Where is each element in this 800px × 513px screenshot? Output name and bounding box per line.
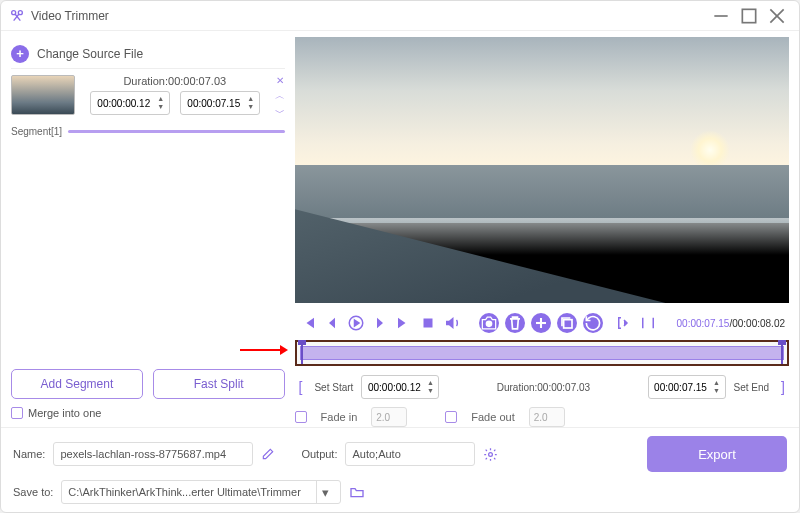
content: + Change Source File Duration:00:00:07.0… bbox=[1, 31, 799, 512]
next-frame-icon[interactable] bbox=[371, 314, 389, 332]
annotation-arrow bbox=[240, 345, 288, 355]
reset-icon[interactable] bbox=[583, 313, 603, 333]
fade-in-label: Fade in bbox=[321, 411, 358, 423]
svg-rect-3 bbox=[742, 9, 755, 22]
export-button[interactable]: Export bbox=[647, 436, 787, 472]
up-icon[interactable]: ▲ bbox=[712, 379, 722, 387]
down-icon[interactable]: ▼ bbox=[246, 103, 256, 111]
trim-end-field[interactable]: ▲▼ bbox=[648, 375, 726, 399]
app-icon bbox=[9, 8, 25, 24]
add-icon[interactable] bbox=[531, 313, 551, 333]
change-source-row[interactable]: + Change Source File bbox=[11, 39, 285, 69]
time-readout: 00:00:07.15/00:00:08.02 bbox=[677, 318, 785, 329]
trim-track[interactable] bbox=[300, 346, 784, 360]
segment-name: Segment[1] bbox=[11, 126, 62, 137]
merge-label: Merge into one bbox=[28, 407, 101, 419]
down-icon[interactable]: ▼ bbox=[156, 103, 166, 111]
trim-duration-label: Duration:00:00:07.03 bbox=[443, 382, 643, 393]
trim-start-input[interactable] bbox=[365, 382, 423, 393]
add-segment-button[interactable]: Add Segment bbox=[11, 369, 143, 399]
app-window: Video Trimmer + Change Source File Durat… bbox=[0, 0, 800, 513]
merge-checkbox[interactable] bbox=[11, 407, 23, 419]
segment-row: Duration:00:00:07.03 ▲▼ ▲▼ bbox=[11, 75, 285, 120]
segment-end-input[interactable] bbox=[184, 98, 244, 109]
snapshot-icon[interactable] bbox=[479, 313, 499, 333]
trim-timeline[interactable] bbox=[295, 340, 789, 366]
segment-duration-label: Duration:00:00:07.03 bbox=[81, 75, 269, 87]
edit-name-icon[interactable] bbox=[261, 447, 275, 461]
svg-point-8 bbox=[485, 321, 492, 328]
skip-start-icon[interactable] bbox=[299, 314, 317, 332]
output-label: Output: bbox=[301, 448, 337, 460]
fade-row: Fade in Fade out bbox=[295, 407, 789, 427]
titlebar: Video Trimmer bbox=[1, 1, 799, 31]
current-time: 00:00:07.15 bbox=[677, 318, 730, 329]
trim-handle-start[interactable] bbox=[301, 344, 303, 364]
copy-icon[interactable] bbox=[557, 313, 577, 333]
output-settings-icon[interactable] bbox=[483, 447, 498, 462]
output-field[interactable]: Auto;Auto bbox=[345, 442, 475, 466]
down-icon[interactable]: ▼ bbox=[712, 387, 722, 395]
close-segment-icon[interactable]: ✕ bbox=[276, 75, 284, 86]
svg-rect-11 bbox=[563, 320, 571, 328]
trim-timeline-row bbox=[295, 337, 789, 369]
bracket-right-icon[interactable]: ] bbox=[777, 379, 789, 395]
set-start-button[interactable]: Set Start bbox=[310, 382, 357, 393]
maximize-button[interactable] bbox=[735, 6, 763, 26]
segment-thumbnail[interactable] bbox=[11, 75, 75, 115]
delete-icon[interactable] bbox=[505, 313, 525, 333]
name-label: Name: bbox=[13, 448, 45, 460]
svg-rect-7 bbox=[423, 319, 432, 328]
playback-toolbar: 00:00:07.15/00:00:08.02 bbox=[295, 309, 789, 337]
prev-frame-icon[interactable] bbox=[323, 314, 341, 332]
change-source-label: Change Source File bbox=[37, 47, 143, 61]
save-to-label: Save to: bbox=[13, 486, 53, 498]
trim-end-input[interactable] bbox=[652, 382, 710, 393]
segment-controls: Duration:00:00:07.03 ▲▼ ▲▼ bbox=[81, 75, 269, 115]
up-icon[interactable]: ▲ bbox=[246, 95, 256, 103]
fade-in-input[interactable] bbox=[371, 407, 407, 427]
set-end-button[interactable]: Set End bbox=[730, 382, 774, 393]
up-icon[interactable]: ▲ bbox=[425, 379, 435, 387]
bracket-in-icon[interactable] bbox=[615, 314, 633, 332]
minimize-button[interactable] bbox=[707, 6, 735, 26]
segment-side-controls: ✕ ︿ ﹀ bbox=[275, 75, 285, 120]
trim-controls: [ Set Start ▲▼ Duration:00:00:07.03 ▲▼ S… bbox=[295, 375, 789, 399]
open-folder-icon[interactable] bbox=[349, 484, 365, 500]
segment-end-field[interactable]: ▲▼ bbox=[180, 91, 260, 115]
video-preview[interactable] bbox=[295, 37, 789, 303]
left-pane: + Change Source File Duration:00:00:07.0… bbox=[1, 31, 295, 427]
svg-point-12 bbox=[489, 452, 493, 456]
footer: Name: pexels-lachlan-ross-8775687.mp4 Ou… bbox=[1, 427, 799, 512]
fade-out-input[interactable] bbox=[529, 407, 565, 427]
fade-in-checkbox[interactable] bbox=[295, 411, 307, 423]
stop-icon[interactable] bbox=[419, 314, 437, 332]
total-time: 00:00:08.02 bbox=[732, 318, 785, 329]
app-title: Video Trimmer bbox=[31, 9, 707, 23]
merge-row[interactable]: Merge into one bbox=[11, 407, 285, 419]
top-area: + Change Source File Duration:00:00:07.0… bbox=[1, 31, 799, 427]
skip-end-icon[interactable] bbox=[395, 314, 413, 332]
name-field[interactable]: pexels-lachlan-ross-8775687.mp4 bbox=[53, 442, 253, 466]
plus-icon: + bbox=[11, 45, 29, 63]
move-down-icon[interactable]: ﹀ bbox=[275, 106, 285, 120]
move-up-icon[interactable]: ︿ bbox=[275, 89, 285, 103]
path-dropdown-icon[interactable]: ▾ bbox=[316, 481, 334, 503]
play-icon[interactable] bbox=[347, 314, 365, 332]
bracket-left-icon[interactable]: [ bbox=[295, 379, 307, 395]
fade-out-label: Fade out bbox=[471, 411, 514, 423]
down-icon[interactable]: ▼ bbox=[425, 387, 435, 395]
bracket-out-icon[interactable] bbox=[639, 314, 657, 332]
volume-icon[interactable] bbox=[443, 314, 461, 332]
trim-start-field[interactable]: ▲▼ bbox=[361, 375, 439, 399]
segment-start-field[interactable]: ▲▼ bbox=[90, 91, 170, 115]
right-pane: 00:00:07.15/00:00:08.02 [ Set Start bbox=[295, 31, 799, 427]
fast-split-button[interactable]: Fast Split bbox=[153, 369, 285, 399]
close-button[interactable] bbox=[763, 6, 791, 26]
trim-handle-end[interactable] bbox=[781, 344, 783, 364]
segment-progress[interactable] bbox=[68, 130, 284, 133]
segment-start-input[interactable] bbox=[94, 98, 154, 109]
fade-out-checkbox[interactable] bbox=[445, 411, 457, 423]
save-path-field[interactable]: C:\ArkThinker\ArkThink...erter Ultimate\… bbox=[61, 480, 341, 504]
up-icon[interactable]: ▲ bbox=[156, 95, 166, 103]
